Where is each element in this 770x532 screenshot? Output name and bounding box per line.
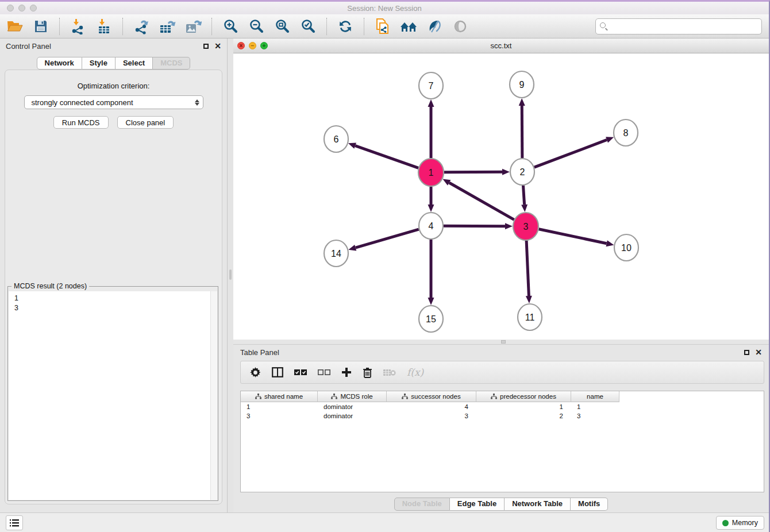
select-all-columns-icon[interactable] bbox=[294, 369, 307, 376]
run-mcds-button[interactable]: Run MCDS bbox=[53, 116, 109, 129]
import-table-icon[interactable] bbox=[95, 17, 113, 36]
edge-1-2[interactable] bbox=[444, 172, 502, 172]
float-panel-icon[interactable] bbox=[744, 350, 749, 355]
zoom-fit-icon[interactable] bbox=[273, 17, 291, 36]
result-scrollbar[interactable] bbox=[210, 291, 217, 500]
show-all-icon[interactable] bbox=[451, 17, 469, 36]
hide-selected-icon[interactable] bbox=[425, 17, 444, 36]
apply-layout-icon[interactable] bbox=[336, 17, 355, 36]
unselect-all-columns-icon[interactable] bbox=[318, 369, 330, 376]
edge-3-11[interactable] bbox=[526, 241, 529, 296]
table-cell[interactable]: 4 bbox=[387, 402, 476, 411]
tab-select[interactable]: Select bbox=[116, 57, 153, 70]
table-cell[interactable]: dominator bbox=[318, 411, 387, 421]
zoom-in-icon[interactable] bbox=[221, 17, 240, 36]
table-toolbar: f(x) bbox=[240, 361, 764, 384]
node-label: 10 bbox=[621, 243, 632, 253]
mcds-tab-content: Optimization criterion: strongly connect… bbox=[5, 70, 222, 504]
node-label: 4 bbox=[429, 221, 434, 231]
hierarchy-icon bbox=[402, 394, 408, 399]
table-panel-header: Table Panel ✕ bbox=[233, 345, 769, 360]
first-neighbors-icon[interactable] bbox=[399, 17, 418, 36]
tab-network-table[interactable]: Network Table bbox=[505, 498, 571, 511]
column-header-label: successor nodes bbox=[411, 393, 460, 400]
criterion-select[interactable]: strongly connected component bbox=[24, 95, 203, 109]
table-cell[interactable]: 3 bbox=[241, 411, 318, 421]
table-settings-gear-icon[interactable] bbox=[250, 367, 261, 378]
tab-node-table[interactable]: Node Table bbox=[394, 498, 450, 511]
close-panel-icon[interactable]: ✕ bbox=[214, 44, 221, 49]
tab-style[interactable]: Style bbox=[82, 57, 116, 70]
panel-divider[interactable] bbox=[228, 38, 233, 512]
column-header-shared-name[interactable]: shared name bbox=[241, 391, 318, 402]
optimization-criterion-label: Optimization criterion: bbox=[5, 82, 222, 90]
control-panel: Control Panel ✕ NetworkStyleSelectMCDS O… bbox=[0, 38, 228, 512]
import-network-icon[interactable] bbox=[69, 17, 87, 36]
edge-arrowhead bbox=[519, 98, 525, 106]
node-table-header: shared nameMCDS rolesuccessor nodesprede… bbox=[241, 391, 764, 402]
table-cell[interactable]: dominator bbox=[318, 402, 387, 411]
memory-button[interactable]: Memory bbox=[716, 516, 764, 530]
edge-3-1[interactable] bbox=[449, 183, 514, 219]
table-panel-tabs: Node TableEdge TableNetwork TableMotifs bbox=[233, 498, 769, 511]
network-window-titlebar[interactable]: ×−+ scc.txt bbox=[233, 38, 769, 53]
node-label: 9 bbox=[519, 80, 525, 90]
save-session-icon[interactable] bbox=[32, 17, 50, 36]
column-header-successor-nodes[interactable]: successor nodes bbox=[387, 391, 476, 402]
table-cell[interactable]: 1 bbox=[476, 402, 571, 411]
copy-network-icon[interactable] bbox=[374, 17, 392, 36]
table-cell[interactable]: 3 bbox=[387, 411, 476, 421]
edge-3-10[interactable] bbox=[539, 229, 607, 244]
close-panel-button[interactable]: Close panel bbox=[117, 116, 174, 129]
column-header-label: predecessor nodes bbox=[500, 393, 556, 400]
horizontal-divider[interactable] bbox=[233, 340, 769, 344]
edge-4-3[interactable] bbox=[444, 226, 505, 226]
column-header-label: MCDS role bbox=[340, 393, 372, 400]
edge-arrowhead bbox=[428, 99, 434, 107]
delete-table-icon[interactable] bbox=[383, 368, 396, 377]
node-label: 6 bbox=[334, 134, 339, 144]
open-session-icon[interactable] bbox=[6, 17, 24, 36]
edge-2-3[interactable] bbox=[523, 186, 525, 205]
column-header-MCDS-role[interactable]: MCDS role bbox=[318, 391, 387, 402]
edge-arrowhead bbox=[428, 298, 434, 305]
delete-column-icon[interactable] bbox=[363, 367, 372, 378]
mcds-result-list[interactable]: 1 3 bbox=[9, 291, 217, 500]
edge-4-14[interactable] bbox=[356, 229, 419, 248]
tab-edge-table[interactable]: Edge Table bbox=[450, 498, 505, 511]
toolbar-separator bbox=[59, 18, 60, 35]
table-row[interactable]: 1dominator411 bbox=[241, 402, 764, 411]
column-header-name[interactable]: name bbox=[571, 391, 619, 402]
search-input[interactable] bbox=[595, 18, 762, 34]
task-history-button[interactable] bbox=[6, 515, 23, 530]
edge-arrowhead bbox=[521, 205, 528, 212]
export-table-icon[interactable] bbox=[158, 17, 176, 36]
network-graph[interactable]: 7968124314101511 bbox=[233, 53, 769, 340]
tab-motifs[interactable]: Motifs bbox=[571, 498, 608, 511]
network-canvas[interactable]: 7968124314101511 bbox=[233, 53, 769, 340]
node-table-body: 1dominator4113dominator323 bbox=[241, 402, 764, 421]
column-layout-icon[interactable] bbox=[272, 367, 283, 377]
zoom-selected-icon[interactable] bbox=[299, 17, 317, 36]
tab-mcds[interactable]: MCDS bbox=[153, 57, 190, 70]
edge-1-6[interactable] bbox=[355, 146, 418, 168]
table-cell[interactable]: 1 bbox=[571, 402, 619, 411]
export-network-icon[interactable] bbox=[132, 17, 151, 36]
add-column-icon[interactable] bbox=[341, 367, 352, 377]
float-panel-icon[interactable] bbox=[203, 44, 209, 49]
close-panel-icon[interactable]: ✕ bbox=[755, 350, 762, 355]
table-cell[interactable]: 3 bbox=[571, 411, 619, 421]
function-builder-icon[interactable]: f(x) bbox=[407, 367, 424, 378]
edge-2-9[interactable] bbox=[522, 106, 522, 158]
zoom-out-icon[interactable] bbox=[247, 17, 265, 36]
tab-network[interactable]: Network bbox=[37, 57, 82, 70]
session-title: Session: New Session bbox=[0, 4, 769, 13]
divider-grip[interactable] bbox=[229, 269, 232, 280]
edge-2-8[interactable] bbox=[534, 140, 607, 167]
table-cell[interactable]: 1 bbox=[241, 402, 318, 411]
table-row[interactable]: 3dominator323 bbox=[241, 411, 764, 421]
column-header-predecessor-nodes[interactable]: predecessor nodes bbox=[476, 391, 571, 402]
divider-grip[interactable] bbox=[501, 340, 506, 344]
export-image-icon[interactable] bbox=[184, 17, 202, 36]
table-cell[interactable]: 2 bbox=[476, 411, 571, 421]
